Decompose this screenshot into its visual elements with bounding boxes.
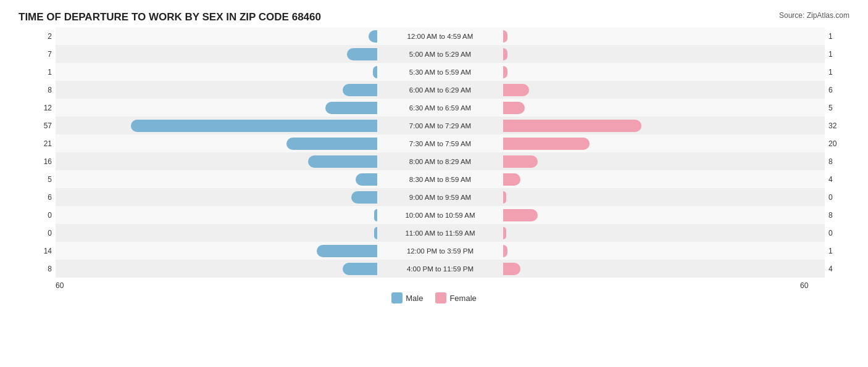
female-bar [503, 155, 538, 168]
female-bar [503, 227, 506, 239]
table-row: 7 5:00 AM to 5:29 AM 1 [19, 45, 849, 63]
female-bar [503, 120, 641, 132]
legend-female-label: Female [449, 294, 476, 303]
female-bar [503, 138, 590, 150]
male-bar [286, 138, 377, 150]
time-label: 6:30 AM to 6:59 AM [378, 104, 502, 112]
female-value-label: 1 [825, 50, 849, 59]
table-row: 8 6:00 AM to 6:29 AM 6 [19, 81, 849, 99]
legend-male-box [391, 292, 403, 303]
male-bar [356, 173, 377, 186]
female-value-label: 0 [825, 193, 849, 202]
female-value-label: 8 [825, 211, 849, 220]
legend-female-box [435, 292, 446, 303]
time-label: 11:00 AM to 11:59 AM [378, 229, 502, 237]
male-value-label: 21 [19, 139, 56, 148]
legend: Male Female [19, 292, 849, 303]
time-label: 8:30 AM to 8:59 AM [378, 176, 502, 183]
female-bar [503, 30, 507, 43]
time-label: 10:00 AM to 10:59 AM [378, 212, 502, 219]
legend-male-label: Male [406, 294, 423, 303]
female-bar [503, 84, 529, 96]
male-value-label: 14 [19, 247, 56, 255]
female-value-label: 1 [825, 32, 849, 41]
male-bar [373, 66, 377, 78]
female-value-label: 20 [825, 139, 849, 148]
female-value-label: 1 [825, 247, 849, 255]
table-row: 6 9:00 AM to 9:59 AM 0 [19, 188, 849, 206]
table-row: 12 6:30 AM to 6:59 AM 5 [19, 99, 849, 117]
male-value-label: 57 [19, 122, 56, 130]
male-value-label: 12 [19, 104, 56, 112]
table-row: 5 8:30 AM to 8:59 AM 4 [19, 170, 849, 188]
male-bar [325, 102, 377, 114]
male-bar [374, 227, 377, 239]
source-label: Source: ZipAtlas.com [779, 11, 849, 20]
female-value-label: 6 [825, 86, 849, 94]
female-bar [503, 173, 520, 186]
male-value-label: 0 [19, 229, 56, 237]
female-value-label: 4 [825, 175, 849, 184]
female-bar [503, 263, 520, 275]
male-bar [343, 263, 377, 275]
time-label: 12:00 AM to 4:59 AM [378, 33, 502, 40]
time-label: 6:00 AM to 6:29 AM [378, 86, 502, 94]
female-bar [503, 66, 507, 78]
female-value-label: 5 [825, 104, 849, 112]
male-bar [347, 48, 377, 60]
table-row: 0 11:00 AM to 11:59 AM 0 [19, 224, 849, 242]
time-label: 7:30 AM to 7:59 AM [378, 140, 502, 147]
male-bar [374, 209, 377, 221]
time-label: 7:00 AM to 7:29 AM [378, 122, 502, 130]
male-bar [317, 245, 377, 257]
table-row: 16 8:00 AM to 8:29 AM 8 [19, 152, 849, 170]
axis-bottom: 60 60 [19, 281, 849, 290]
chart-container: TIME OF DEPARTURE TO WORK BY SEX IN ZIP … [0, 0, 868, 367]
time-label: 12:00 PM to 3:59 PM [378, 247, 502, 255]
time-label: 5:30 AM to 5:59 AM [378, 68, 502, 76]
chart-title: TIME OF DEPARTURE TO WORK BY SEX IN ZIP … [19, 11, 849, 23]
female-bar [503, 209, 538, 221]
female-value-label: 0 [825, 229, 849, 237]
table-row: 57 7:00 AM to 7:29 AM 32 [19, 117, 849, 134]
legend-female: Female [435, 292, 476, 303]
time-label: 9:00 AM to 9:59 AM [378, 194, 502, 201]
female-value-label: 4 [825, 265, 849, 273]
table-row: 8 4:00 PM to 11:59 PM 4 [19, 260, 849, 278]
male-bar [369, 30, 377, 43]
axis-label-right: 60 [800, 281, 825, 290]
male-bar [343, 84, 377, 96]
chart-rows: 2 12:00 AM to 4:59 AM 1 7 5:00 AM to 5:2… [19, 27, 849, 278]
female-bar [503, 191, 506, 204]
male-value-label: 8 [19, 265, 56, 273]
female-bar [503, 245, 507, 257]
time-label: 8:00 AM to 8:29 AM [378, 158, 502, 165]
axis-label-left: 60 [56, 281, 93, 290]
male-value-label: 5 [19, 175, 56, 184]
male-bar [308, 155, 377, 168]
table-row: 0 10:00 AM to 10:59 AM 8 [19, 206, 849, 224]
table-row: 1 5:30 AM to 5:59 AM 1 [19, 63, 849, 81]
male-value-label: 2 [19, 32, 56, 41]
female-bar [503, 102, 525, 114]
female-bar [503, 48, 507, 60]
male-value-label: 0 [19, 211, 56, 220]
time-label: 4:00 PM to 11:59 PM [378, 265, 502, 273]
male-value-label: 7 [19, 50, 56, 59]
male-value-label: 1 [19, 68, 56, 76]
male-bar [131, 120, 377, 132]
female-value-label: 1 [825, 68, 849, 76]
male-value-label: 6 [19, 193, 56, 202]
female-value-label: 32 [825, 122, 849, 130]
female-value-label: 8 [825, 157, 849, 166]
table-row: 2 12:00 AM to 4:59 AM 1 [19, 27, 849, 45]
table-row: 21 7:30 AM to 7:59 AM 20 [19, 134, 849, 152]
legend-male: Male [391, 292, 423, 303]
male-value-label: 8 [19, 86, 56, 94]
male-value-label: 16 [19, 157, 56, 166]
male-bar [351, 191, 377, 204]
time-label: 5:00 AM to 5:29 AM [378, 51, 502, 58]
table-row: 14 12:00 PM to 3:59 PM 1 [19, 242, 849, 260]
